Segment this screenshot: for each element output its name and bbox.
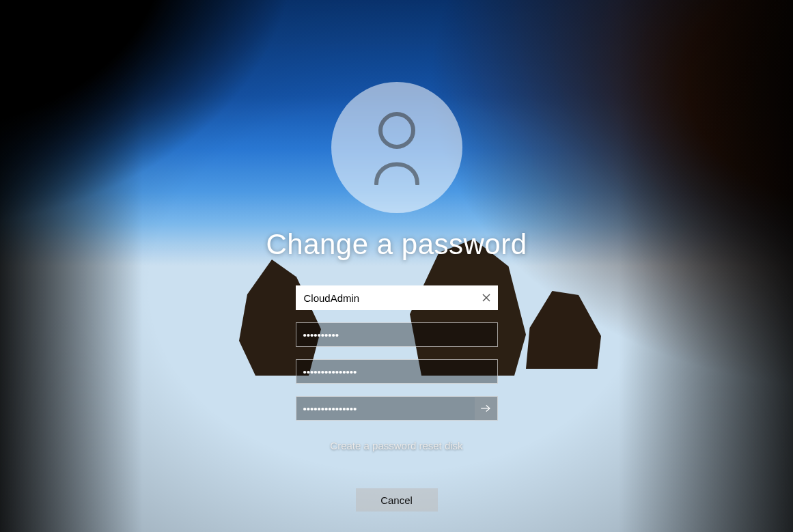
change-password-form: Create a password reset disk [296,285,498,451]
arrow-right-icon [479,402,492,415]
submit-button[interactable] [475,396,498,421]
username-input[interactable] [296,285,498,310]
new-password-field-wrapper [296,359,498,384]
page-title: Change a password [266,228,527,261]
clear-username-button[interactable] [475,285,498,310]
confirm-password-field-wrapper [296,396,498,421]
old-password-field-wrapper [296,322,498,347]
close-icon [482,294,490,302]
cancel-button[interactable]: Cancel [356,488,438,512]
svg-point-0 [380,114,413,147]
user-avatar [331,82,462,213]
confirm-password-input[interactable] [296,396,475,421]
password-reset-disk-link[interactable]: Create a password reset disk [296,440,498,451]
change-password-panel: Change a password [219,82,574,512]
new-password-input[interactable] [296,359,498,384]
old-password-input[interactable] [296,322,498,347]
username-field-wrapper [296,285,498,310]
user-icon [363,110,431,185]
